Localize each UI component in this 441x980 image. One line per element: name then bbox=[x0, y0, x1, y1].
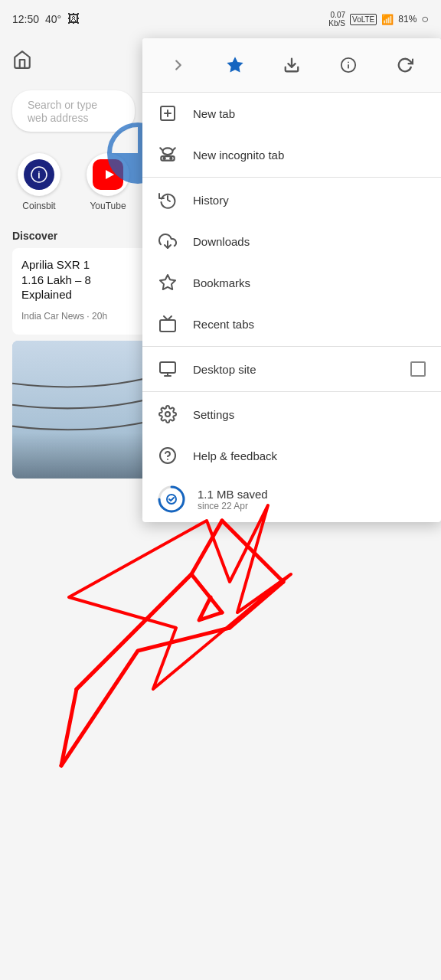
menu-toolbar bbox=[142, 38, 441, 93]
history-label: History bbox=[193, 194, 229, 207]
desktop-site-item[interactable]: Desktop site bbox=[142, 348, 441, 390]
incognito-icon bbox=[158, 145, 178, 165]
status-bar: 12:50 40° 🖼 0.07Kb/S VoLTE 📶 81% ○ bbox=[0, 0, 441, 38]
status-right: 0.07Kb/S VoLTE 📶 81% ○ bbox=[328, 11, 429, 28]
shortcut-coinsbit[interactable]: i Coinsbit bbox=[12, 153, 66, 211]
svg-marker-34 bbox=[160, 275, 175, 289]
downloads-item[interactable]: Downloads bbox=[142, 220, 441, 262]
data-saved-section[interactable]: 1.1 MB saved since 22 Apr bbox=[142, 476, 441, 522]
divider-3 bbox=[142, 391, 441, 392]
search-bar[interactable]: Search or type web address bbox=[12, 90, 135, 132]
help-icon bbox=[158, 446, 178, 466]
bookmark-button[interactable] bbox=[219, 49, 251, 81]
refresh-button[interactable] bbox=[389, 49, 421, 81]
search-placeholder: Search or type web address bbox=[28, 99, 97, 124]
svg-point-27 bbox=[163, 148, 173, 155]
svg-point-32 bbox=[170, 158, 172, 159]
new-incognito-label: New incognito tab bbox=[193, 149, 284, 162]
article-source: India Car News · 20h bbox=[21, 311, 107, 322]
youtube-label: YouTube bbox=[90, 201, 126, 211]
signal-icon: 📶 bbox=[381, 14, 394, 25]
time-display: 12:50 bbox=[12, 13, 39, 25]
svg-text:i: i bbox=[38, 170, 40, 181]
bookmarks-icon bbox=[158, 273, 178, 292]
volte-indicator: VoLTE bbox=[350, 14, 377, 25]
history-icon bbox=[158, 190, 178, 210]
temp-display: 40° bbox=[45, 13, 61, 25]
home-icon[interactable] bbox=[12, 50, 32, 70]
help-feedback-item[interactable]: Help & feedback bbox=[142, 435, 441, 476]
divider-1 bbox=[142, 177, 441, 178]
battery-text: 81% bbox=[398, 14, 416, 24]
help-feedback-label: Help & feedback bbox=[193, 449, 277, 462]
forward-button[interactable] bbox=[162, 49, 194, 81]
recent-tabs-label: Recent tabs bbox=[193, 318, 254, 331]
desktop-site-label: Desktop site bbox=[193, 363, 256, 376]
download-button[interactable] bbox=[276, 49, 308, 81]
context-menu: New tab New incognito tab History bbox=[142, 38, 441, 522]
new-tab-label: New tab bbox=[193, 107, 235, 120]
svg-line-28 bbox=[160, 148, 162, 150]
recent-tabs-item[interactable]: Recent tabs bbox=[142, 303, 441, 345]
photo-icon: 🖼 bbox=[67, 12, 80, 26]
settings-icon bbox=[158, 404, 178, 424]
new-tab-item[interactable]: New tab bbox=[142, 93, 441, 134]
svg-rect-35 bbox=[160, 320, 175, 332]
divider-2 bbox=[142, 346, 441, 347]
network-speed: 0.07Kb/S bbox=[328, 11, 345, 28]
new-tab-icon bbox=[158, 103, 178, 123]
svg-point-39 bbox=[165, 412, 170, 416]
battery-icon: ○ bbox=[421, 12, 429, 26]
bookmarks-item[interactable]: Bookmarks bbox=[142, 262, 441, 303]
info-button[interactable] bbox=[332, 49, 364, 81]
data-saved-since: since 22 Apr bbox=[198, 501, 268, 511]
data-saved-text: 1.1 MB saved since 22 Apr bbox=[198, 488, 268, 511]
recent-tabs-icon bbox=[158, 314, 178, 334]
svg-marker-19 bbox=[228, 58, 242, 71]
data-saved-amount: 1.1 MB saved bbox=[198, 488, 268, 501]
coinsbit-logo: i bbox=[24, 159, 54, 190]
history-item[interactable]: History bbox=[142, 179, 441, 220]
settings-item[interactable]: Settings bbox=[142, 394, 441, 435]
downloads-icon bbox=[158, 231, 178, 251]
new-incognito-tab-item[interactable]: New incognito tab bbox=[142, 134, 441, 175]
desktop-icon bbox=[158, 359, 178, 379]
coinsbit-icon-wrapper: i bbox=[18, 153, 60, 196]
bookmarks-label: Bookmarks bbox=[193, 276, 250, 289]
coinsbit-label: Coinsbit bbox=[22, 201, 55, 211]
svg-point-31 bbox=[164, 158, 165, 159]
svg-line-29 bbox=[173, 148, 175, 150]
status-left: 12:50 40° 🖼 bbox=[12, 12, 80, 26]
downloads-label: Downloads bbox=[193, 235, 250, 248]
data-saved-icon bbox=[158, 485, 185, 513]
desktop-site-checkbox[interactable] bbox=[410, 361, 426, 377]
svg-rect-36 bbox=[160, 362, 175, 373]
settings-label: Settings bbox=[193, 408, 234, 421]
